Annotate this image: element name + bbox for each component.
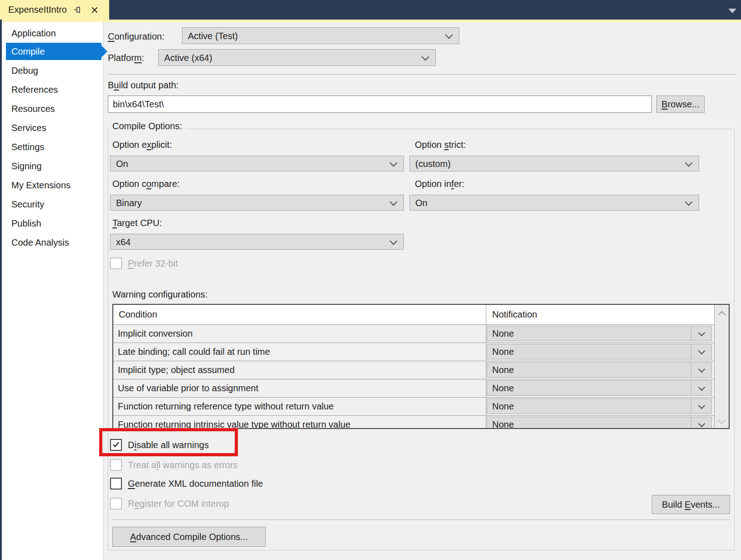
sidebar-item-label: Debug xyxy=(11,66,38,76)
sidebar-item-label: Settings xyxy=(11,142,44,152)
notification-select[interactable]: None xyxy=(487,344,712,359)
condition-column-header: Condition xyxy=(119,305,157,324)
notification-select[interactable]: None xyxy=(487,380,712,396)
prefer-32bit-label: Prefer 32-bit xyxy=(128,257,178,269)
option-infer-select[interactable]: On xyxy=(409,195,699,211)
document-tab[interactable]: ExpenseItIntro xyxy=(0,0,109,22)
warning-table: Condition Notification Implicit conversi… xyxy=(112,304,730,429)
sidebar-item-signing[interactable]: Signing xyxy=(6,157,101,175)
chevron-down-icon[interactable] xyxy=(718,417,726,424)
notification-column-header: Notification xyxy=(492,305,537,324)
notification-select[interactable]: None xyxy=(487,362,712,378)
sidebar-item-label: Services xyxy=(11,123,46,133)
chevron-up-icon[interactable] xyxy=(718,311,726,319)
notification-select[interactable]: None xyxy=(487,417,712,428)
treat-warnings-as-errors-checkbox: Treat all warnings as errors xyxy=(110,459,238,471)
build-events-button[interactable]: Build Events... xyxy=(652,495,730,514)
table-row[interactable]: Implicit type; object assumed None xyxy=(113,361,714,379)
chevron-down-icon xyxy=(685,159,693,166)
sidebar-item-label: My Extensions xyxy=(11,180,71,191)
table-row[interactable]: Function returning intrinsic value type … xyxy=(113,416,714,428)
chevron-down-icon xyxy=(422,53,429,61)
sidebar-item-security[interactable]: Security xyxy=(6,196,101,213)
generate-xml-doc-label: Generate XML documentation file xyxy=(128,478,263,489)
register-com-interop-checkbox: Register for COM interop xyxy=(110,498,229,510)
close-icon[interactable] xyxy=(90,5,100,15)
table-scrollbar[interactable] xyxy=(714,305,729,428)
sidebar-item-settings[interactable]: Settings xyxy=(6,138,101,156)
browse-button[interactable]: Browse... xyxy=(656,96,705,113)
build-output-path-input[interactable] xyxy=(108,96,652,113)
table-row[interactable]: Use of variable prior to assignment None xyxy=(113,379,714,398)
target-cpu-label: Target CPU: xyxy=(112,217,162,229)
configuration-select[interactable]: Active (Test) xyxy=(182,27,459,44)
option-compare-label: Option compare: xyxy=(112,178,180,190)
compile-options-group-label: Compile Options: xyxy=(111,120,186,132)
chevron-down-icon xyxy=(390,198,398,206)
title-bar xyxy=(0,0,741,20)
sidebar-item-my-extensions[interactable]: My Extensions xyxy=(6,177,101,194)
sidebar-item-label: Code Analysis xyxy=(11,237,69,248)
sidebar-item-label: References xyxy=(11,85,58,95)
checkbox-box xyxy=(110,498,122,510)
sidebar-item-application[interactable]: Application xyxy=(6,25,101,42)
condition-cell: Use of variable prior to assignment xyxy=(118,379,258,397)
condition-cell: Implicit conversion xyxy=(118,325,193,343)
configuration-value: Active (Test) xyxy=(188,30,238,41)
option-explicit-value: On xyxy=(116,158,128,169)
option-strict-label: Option strict: xyxy=(415,139,466,151)
chevron-down-icon xyxy=(698,420,706,428)
sidebar-item-label: Publish xyxy=(11,218,41,229)
sidebar-item-publish[interactable]: Publish xyxy=(6,215,101,232)
tab-accent-strip xyxy=(0,20,741,22)
sidebar-item-references[interactable]: References xyxy=(6,81,101,98)
chevron-down-icon[interactable] xyxy=(728,9,736,13)
chevron-down-icon xyxy=(390,159,398,166)
sidebar-item-compile[interactable]: Compile xyxy=(6,43,101,60)
sidebar-item-label: Security xyxy=(11,199,44,210)
chevron-down-icon xyxy=(698,384,706,391)
notification-select[interactable]: None xyxy=(487,399,712,414)
sidebar-item-debug[interactable]: Debug xyxy=(6,62,101,79)
sidebar-item-code-analysis[interactable]: Code Analysis xyxy=(6,234,101,251)
checkbox-box[interactable] xyxy=(110,478,122,489)
table-row[interactable]: Late binding; call could fail at run tim… xyxy=(113,343,714,361)
table-row[interactable]: Implicit conversion None xyxy=(113,325,714,343)
highlight-box xyxy=(99,428,238,456)
sidebar-item-resources[interactable]: Resources xyxy=(6,100,101,117)
sidebar-item-label: Resources xyxy=(11,104,55,114)
pin-icon[interactable] xyxy=(73,5,83,15)
target-cpu-value: x64 xyxy=(116,237,131,247)
configuration-label: Configuration: xyxy=(108,30,165,42)
generate-xml-doc-checkbox[interactable]: Generate XML documentation file xyxy=(110,478,263,489)
condition-cell: Function returning intrinsic value type … xyxy=(118,416,350,428)
platform-label: Platform: xyxy=(108,52,144,64)
option-explicit-label: Option explicit: xyxy=(112,139,172,151)
column-divider xyxy=(486,305,486,428)
register-com-interop-label: Register for COM interop xyxy=(128,498,229,510)
condition-cell: Implicit type; object assumed xyxy=(118,361,235,379)
checkbox-box xyxy=(110,459,122,471)
option-compare-select[interactable]: Binary xyxy=(110,195,404,211)
chevron-down-icon xyxy=(390,237,398,245)
option-strict-value: (custom) xyxy=(415,158,451,169)
table-row[interactable]: Function returning reference type withou… xyxy=(113,398,714,416)
notification-select[interactable]: None xyxy=(487,326,712,341)
platform-select[interactable]: Active (x64) xyxy=(158,49,436,66)
advanced-compile-options-button[interactable]: Advanced Compile Options... xyxy=(112,527,266,547)
project-properties-window: ExpenseItIntro Application Compile Debug… xyxy=(0,0,741,560)
option-explicit-select[interactable]: On xyxy=(110,156,404,172)
option-strict-select[interactable]: (custom) xyxy=(409,156,699,172)
condition-cell: Function returning reference type withou… xyxy=(118,398,334,415)
platform-value: Active (x64) xyxy=(164,52,212,63)
option-infer-value: On xyxy=(415,197,428,208)
chevron-down-icon xyxy=(698,366,706,373)
sidebar-item-label: Signing xyxy=(11,161,42,172)
chevron-down-icon xyxy=(685,198,693,206)
condition-cell: Late binding; call could fail at run tim… xyxy=(118,343,270,361)
table-header xyxy=(113,305,714,325)
target-cpu-select[interactable]: x64 xyxy=(110,234,404,250)
build-output-path-label: Build output path: xyxy=(108,79,179,91)
sidebar-item-services[interactable]: Services xyxy=(6,119,101,136)
chevron-down-icon xyxy=(698,402,706,409)
